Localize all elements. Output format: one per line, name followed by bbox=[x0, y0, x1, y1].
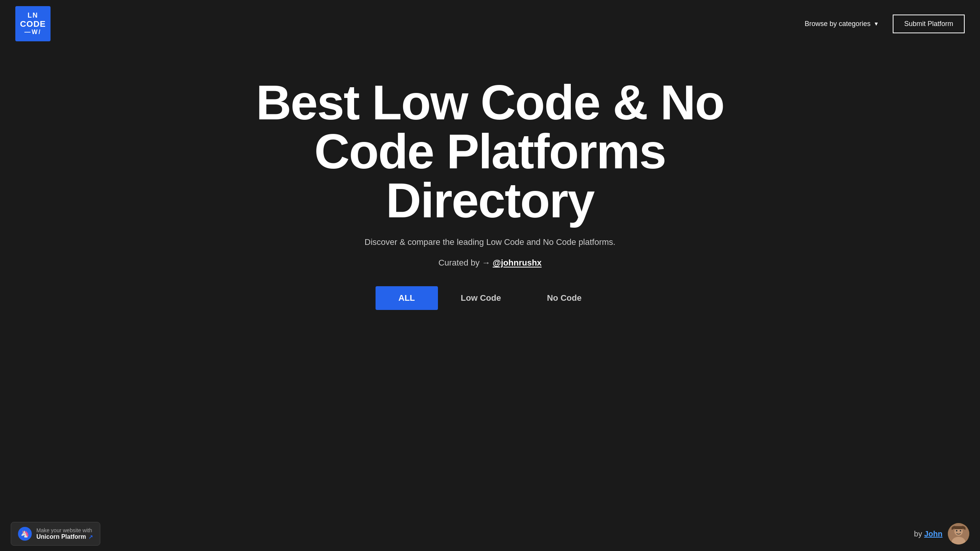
by-john-text: by John bbox=[914, 530, 942, 538]
svg-rect-5 bbox=[954, 526, 963, 529]
unicorn-line1: Make your website with bbox=[36, 527, 93, 533]
hero-title: Best Low Code & No Code Platforms Direct… bbox=[222, 78, 758, 225]
hero-curated: Curated by → @johnrushx bbox=[438, 258, 542, 268]
unicorn-platform-name: Unicorn Platform bbox=[36, 533, 86, 540]
filter-tabs: ALL Low Code No Code bbox=[376, 286, 604, 310]
submit-platform-button[interactable]: Submit Platform bbox=[893, 15, 965, 33]
logo-line3: —W/ bbox=[20, 29, 46, 36]
unicorn-platform-widget[interactable]: 🦄 Make your website with Unicorn Platfor… bbox=[11, 522, 100, 546]
by-prefix: by bbox=[914, 530, 924, 538]
nav-right: Browse by categories ▼ Submit Platform bbox=[799, 15, 965, 33]
filter-tab-all[interactable]: ALL bbox=[376, 286, 438, 310]
curated-prefix: Curated by → bbox=[438, 258, 493, 267]
filter-tab-low-code[interactable]: Low Code bbox=[438, 286, 524, 310]
navbar: LN CODE —W/ Browse by categories ▼ Submi… bbox=[0, 0, 980, 47]
logo-line1: LN bbox=[20, 12, 46, 20]
external-link-icon: ↗ bbox=[88, 534, 93, 540]
john-link[interactable]: John bbox=[924, 530, 942, 538]
logo[interactable]: LN CODE —W/ bbox=[15, 6, 51, 41]
chevron-down-icon: ▼ bbox=[874, 21, 879, 27]
avatar bbox=[948, 523, 969, 544]
filter-tab-no-code[interactable]: No Code bbox=[524, 286, 604, 310]
curated-handle-link[interactable]: @johnrushx bbox=[493, 258, 542, 267]
unicorn-icon: 🦄 bbox=[18, 527, 32, 541]
hero-section: Best Low Code & No Code Platforms Direct… bbox=[0, 47, 980, 333]
browse-categories-button[interactable]: Browse by categories ▼ bbox=[799, 16, 885, 32]
unicorn-text: Make your website with Unicorn Platform … bbox=[36, 527, 93, 540]
unicorn-line2: Unicorn Platform ↗ bbox=[36, 533, 93, 540]
by-john-attribution[interactable]: by John bbox=[914, 523, 969, 544]
svg-point-3 bbox=[956, 530, 957, 531]
logo-line2: CODE bbox=[20, 20, 46, 29]
bottom-bar: 🦄 Make your website with Unicorn Platfor… bbox=[0, 517, 980, 551]
browse-label: Browse by categories bbox=[805, 20, 871, 28]
hero-subtitle: Discover & compare the leading Low Code … bbox=[364, 237, 615, 247]
svg-point-4 bbox=[960, 530, 961, 531]
